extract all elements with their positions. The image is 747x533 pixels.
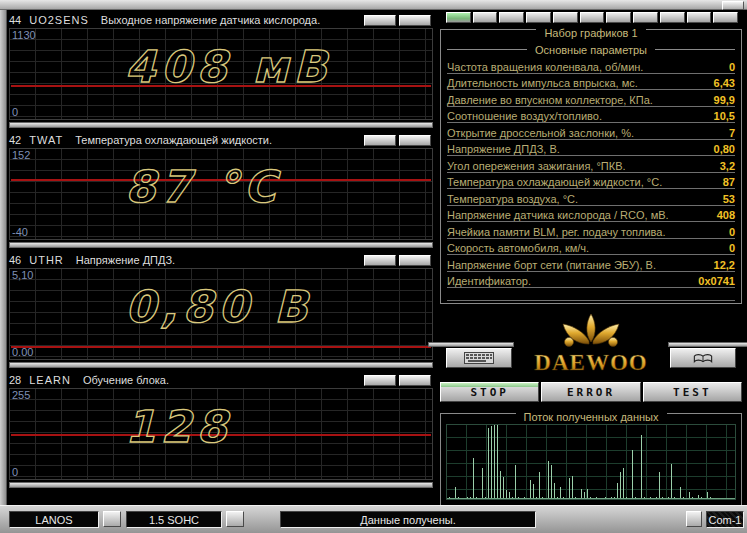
graph-set-tab-9[interactable] xyxy=(660,12,685,23)
graph-scrollbar[interactable] xyxy=(9,362,433,368)
data-stream-title: Поток полученных данных xyxy=(516,411,667,423)
graph-set-tab-4[interactable] xyxy=(526,12,551,23)
graph-set-tab-11[interactable] xyxy=(713,12,738,23)
param-value: 408 xyxy=(717,209,735,221)
param-row: Напряжение ДПДЗ, В.0,80 xyxy=(447,140,735,157)
graph-panel-uo2sens: 44 UO2SENS Выходное напряжение датчика к… xyxy=(9,12,433,128)
graph-scrollbar[interactable] xyxy=(9,482,433,488)
stream-bar xyxy=(497,425,498,499)
current-value-readout: 128 xyxy=(125,401,232,452)
stream-baseline xyxy=(447,498,735,499)
param-value: 0x0741 xyxy=(698,275,735,287)
param-row: Давление во впускном коллекторе, КПа.99,… xyxy=(447,90,735,107)
graph-set-tab-2[interactable] xyxy=(473,12,498,23)
stream-bar xyxy=(617,483,618,499)
graph-title: Обучение блока. xyxy=(83,374,364,386)
graph-set-tabs xyxy=(446,12,738,23)
stream-bar xyxy=(533,484,534,499)
daewoo-emblem-center-petal xyxy=(587,314,595,342)
daewoo-wordmark: DAEWOO xyxy=(534,350,647,375)
param-label: Открытие дроссельной заслонки, %. xyxy=(447,127,634,139)
param-value: 7 xyxy=(729,127,735,139)
graph-options-button[interactable] xyxy=(364,375,396,386)
param-value: 0 xyxy=(729,226,735,238)
graph-options-button[interactable] xyxy=(364,15,396,26)
graph-options-button[interactable] xyxy=(364,255,396,266)
param-row: Скорость автомобиля, км/ч.0 xyxy=(447,239,735,256)
param-row-empty xyxy=(447,288,735,301)
graph-close-button[interactable] xyxy=(399,375,431,386)
param-row: Соотношение воздух/топливо.10,5 xyxy=(447,107,735,124)
test-button[interactable]: TEST xyxy=(643,382,742,402)
graph-options-button[interactable] xyxy=(364,135,396,146)
window-corner-button[interactable] xyxy=(722,1,744,10)
stream-bar xyxy=(569,478,570,499)
param-value: 10,5 xyxy=(714,110,735,122)
car-model-select-button[interactable] xyxy=(103,511,121,527)
command-buttons-row: STOP ERROR TEST xyxy=(440,382,742,402)
param-label: Идентификатор. xyxy=(447,275,531,287)
graph-close-button[interactable] xyxy=(399,255,431,266)
graph-set-tab-10[interactable] xyxy=(687,12,712,23)
axis-min-label: -40 xyxy=(12,227,28,238)
stream-bar xyxy=(530,480,531,499)
graph-set-title: Набор графиков 1 xyxy=(536,27,645,39)
axis-min-label: 0 xyxy=(12,107,18,118)
stream-bar xyxy=(548,461,549,499)
stream-bar xyxy=(473,458,474,499)
param-value: 3,2 xyxy=(720,160,735,172)
status-message-field: Данные получены. xyxy=(280,511,536,528)
graph-scrollbar[interactable] xyxy=(9,242,433,248)
value-trace-line xyxy=(11,346,431,348)
parameters-column: Набор графиков 1 Основные параметры Част… xyxy=(440,12,742,506)
param-label: Частота вращения коленвала, об/мин. xyxy=(447,61,643,73)
stream-bar xyxy=(659,472,660,499)
graph-header: 44 UO2SENS Выходное напряжение датчика к… xyxy=(9,12,433,28)
graph-code: UO2SENS xyxy=(29,14,89,26)
graph-close-button[interactable] xyxy=(399,15,431,26)
data-stream-legend: Поток полученных данных xyxy=(441,407,741,425)
graph-pid: 28 xyxy=(9,374,21,386)
param-row: Напряжение датчика кислорода / RCO, мВ.4… xyxy=(447,206,735,223)
error-button[interactable]: ERROR xyxy=(541,382,640,402)
stream-bar xyxy=(632,450,633,499)
stream-bar xyxy=(500,471,501,499)
graph-pid: 46 xyxy=(9,254,21,266)
right-button-rail xyxy=(668,342,747,347)
axis-max-label: 5,10 xyxy=(12,270,33,281)
graph-close-button[interactable] xyxy=(399,135,431,146)
param-row: Напряжение борт сети (питание ЭБУ), В.12… xyxy=(447,255,735,272)
graph-scrollbar[interactable] xyxy=(9,122,433,128)
param-label: Напряжение ДПДЗ, В. xyxy=(447,143,560,155)
stream-bar xyxy=(551,465,552,499)
com-port-button[interactable] xyxy=(686,511,702,527)
graph-set-tab-7[interactable] xyxy=(606,12,631,23)
graph-code: TWAT xyxy=(29,134,63,146)
graphs-column: 44 UO2SENS Выходное напряжение датчика к… xyxy=(9,12,433,492)
parameters-box: Набор графиков 1 Основные параметры Част… xyxy=(440,29,742,304)
axis-max-label: 1130 xyxy=(12,30,36,41)
current-value-readout: 0,80 В xyxy=(125,281,312,332)
param-label: Соотношение воздух/топливо. xyxy=(447,110,602,122)
com-port-field: Com-1 xyxy=(706,511,744,528)
param-row: Угол опережения зажигания, °ПКВ.3,2 xyxy=(447,156,735,173)
graph-set-tab-1[interactable] xyxy=(446,12,471,23)
brand-block: DAEWOO xyxy=(440,308,742,380)
stream-bar xyxy=(503,477,504,499)
keyboard-button[interactable] xyxy=(446,348,512,368)
engine-select-button[interactable] xyxy=(226,511,244,527)
stream-bar xyxy=(515,465,516,499)
graph-set-tab-6[interactable] xyxy=(580,12,605,23)
stop-button[interactable]: STOP xyxy=(440,382,539,402)
help-book-button[interactable] xyxy=(670,348,736,368)
graph-set-tab-3[interactable] xyxy=(499,12,524,23)
graph-plot-area: 152 -40 87 °C xyxy=(9,148,433,240)
graph-code: LEARN xyxy=(29,374,71,386)
stream-bar xyxy=(641,435,642,499)
axis-min-label: 0 xyxy=(12,467,18,478)
graph-title: Напряжение ДПДЗ. xyxy=(76,254,364,266)
graph-set-tab-8[interactable] xyxy=(633,12,658,23)
param-label: Напряжение датчика кислорода / RCO, мВ. xyxy=(447,209,669,221)
graph-set-tab-5[interactable] xyxy=(553,12,578,23)
graph-title: Выходное напряжение датчика кислорода. xyxy=(101,14,364,26)
